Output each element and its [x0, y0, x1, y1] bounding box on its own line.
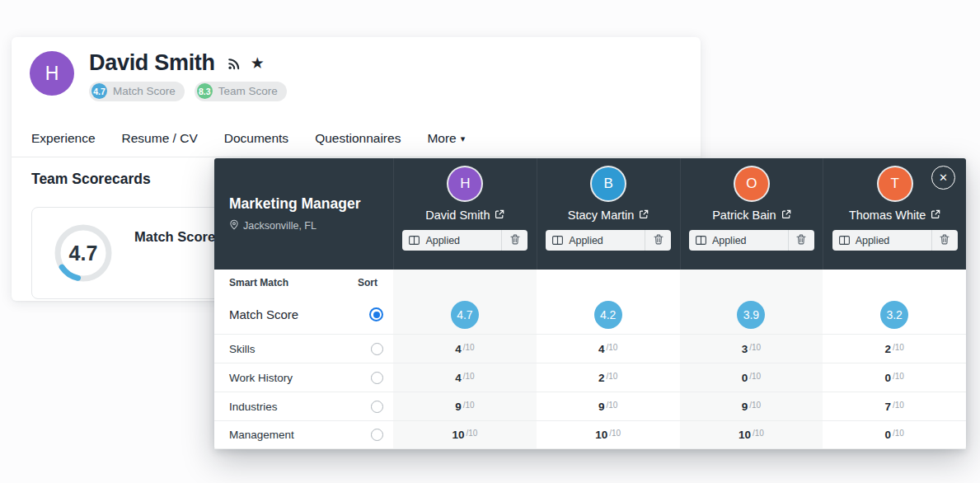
trash-icon — [654, 234, 663, 247]
remove-candidate-button[interactable] — [502, 230, 528, 251]
candidate-name-link[interactable]: Patrick Bain — [712, 208, 790, 223]
candidate-column: B Stacy Martin — [537, 158, 680, 270]
metric-value: 0 — [884, 372, 891, 384]
candidate-avatar: H — [448, 167, 481, 200]
remove-candidate-button[interactable] — [789, 230, 814, 251]
metric-denominator: /10 — [463, 343, 475, 352]
metric-denominator: /10 — [609, 429, 621, 438]
close-button[interactable]: ✕ — [931, 166, 955, 190]
sort-radio-skills[interactable] — [371, 343, 383, 355]
row-label: Skills — [229, 343, 256, 355]
profile-header: H David Smith ★ 4.7 — [30, 51, 287, 101]
metric-value: 3 — [742, 343, 748, 355]
candidate-name-link[interactable]: David Smith — [425, 208, 504, 223]
candidate-column: O Patrick Bain — [680, 158, 823, 270]
team-score-badge-label: Team Score — [218, 85, 278, 97]
scorecard-table: Smart Match Sort Match Score 4.7 4.2 3.9… — [214, 270, 966, 449]
sort-radio-work-history[interactable] — [371, 372, 383, 384]
metric-denominator: /10 — [893, 401, 904, 410]
tab-experience[interactable]: Experience — [31, 131, 96, 146]
column-spacer — [680, 270, 823, 295]
sort-radio-management[interactable] — [371, 429, 383, 441]
sort-radio-match-score[interactable] — [369, 307, 383, 321]
board-icon — [409, 233, 420, 248]
metric-value: 9 — [742, 401, 748, 413]
table-row-skills: Skills 4/10 4/10 3/10 2/10 — [214, 334, 966, 363]
match-score-badge-label: Match Score — [113, 85, 176, 97]
metric-denominator: /10 — [606, 343, 617, 352]
status-label: Applied — [856, 235, 890, 246]
metric-cell: 9/10 — [393, 392, 537, 420]
board-icon — [839, 233, 850, 248]
candidate-name: Patrick Bain — [712, 209, 776, 222]
match-score-gauge-value: 4.7 — [54, 223, 113, 283]
match-score-circle: 3.9 — [737, 301, 765, 329]
sort-radio-industries[interactable] — [371, 401, 383, 413]
metric-value: 0 — [884, 429, 891, 441]
status-label: Applied — [569, 235, 603, 246]
application-status-button[interactable]: Applied — [546, 230, 671, 251]
comparison-modal: Marketing Manager Jacksonville, FL H Dav… — [214, 158, 966, 449]
job-location: Jacksonville, FL — [243, 220, 317, 232]
metric-value: 2 — [884, 343, 891, 355]
close-icon: ✕ — [939, 172, 948, 183]
external-link-icon — [495, 208, 504, 223]
metric-denominator: /10 — [749, 372, 761, 381]
remove-candidate-button[interactable] — [932, 230, 958, 251]
candidate-avatar: O — [735, 167, 768, 200]
page: H David Smith ★ 4.7 — [0, 0, 980, 483]
remove-candidate-button[interactable] — [645, 230, 671, 251]
tab-documents[interactable]: Documents — [224, 131, 288, 146]
status-label: Applied — [712, 235, 747, 246]
candidate-name-link[interactable]: Stacy Martin — [568, 208, 649, 223]
metric-value: 2 — [598, 372, 605, 384]
metric-denominator: /10 — [463, 372, 475, 381]
status-label: Applied — [425, 235, 460, 246]
metric-value: 10 — [739, 429, 751, 441]
metric-cell: 9/10 — [537, 392, 680, 420]
column-spacer — [823, 270, 966, 295]
external-link-icon — [931, 208, 940, 223]
tab-resume-cv[interactable]: Resume / CV — [122, 131, 198, 146]
metric-value: 0 — [742, 372, 748, 384]
metric-value: 9 — [455, 401, 462, 413]
application-status-button[interactable]: Applied — [689, 230, 814, 251]
metric-cell: 10/10 — [537, 421, 680, 448]
metric-cell: 4/10 — [393, 363, 537, 392]
metric-cell: 0/10 — [823, 363, 966, 392]
table-row-work-history: Work History 4/10 2/10 0/10 0/10 — [214, 363, 966, 392]
trash-icon — [796, 234, 806, 247]
feed-icon[interactable] — [227, 56, 241, 71]
metric-cell: 2/10 — [823, 335, 966, 363]
metric-cell: 10/10 — [680, 421, 823, 448]
candidate-avatar: B — [592, 167, 625, 200]
metric-denominator: /10 — [463, 401, 475, 410]
table-header-row: Smart Match Sort — [214, 270, 966, 295]
board-icon — [696, 233, 706, 248]
candidate-name: David Smith — [89, 51, 215, 76]
match-score-circle: 3.2 — [880, 301, 908, 329]
application-status-button[interactable]: Applied — [402, 230, 528, 251]
external-link-icon — [781, 208, 791, 223]
tab-more-label: More — [427, 131, 456, 146]
table-row-industries: Industries 9/10 9/10 9/10 7/10 — [214, 392, 966, 420]
match-score-badge-value: 4.7 — [91, 83, 107, 99]
profile-tabs: Experience Resume / CV Documents Questio… — [12, 120, 701, 157]
metric-denominator: /10 — [893, 372, 904, 381]
metric-value: 7 — [884, 401, 891, 413]
application-status-button[interactable]: Applied — [832, 230, 958, 251]
metric-cell: 3/10 — [680, 335, 823, 363]
metric-cell: 4/10 — [393, 335, 537, 363]
candidate-column: H David Smith — [393, 158, 537, 270]
match-score-gauge: 4.7 — [54, 223, 113, 283]
smart-match-header: Smart Match — [229, 277, 288, 288]
favorite-star-icon[interactable]: ★ — [251, 55, 265, 71]
trash-icon — [940, 234, 950, 247]
team-score-badge-value: 8.3 — [197, 83, 213, 99]
tab-more[interactable]: More ▾ — [427, 131, 465, 146]
candidate-name-link[interactable]: Thomas White — [849, 208, 940, 223]
metric-value: 9 — [598, 401, 605, 413]
match-score-badge: 4.7 Match Score — [89, 82, 185, 101]
column-spacer — [537, 270, 680, 295]
tab-questionnaires[interactable]: Questionnaires — [315, 131, 401, 146]
